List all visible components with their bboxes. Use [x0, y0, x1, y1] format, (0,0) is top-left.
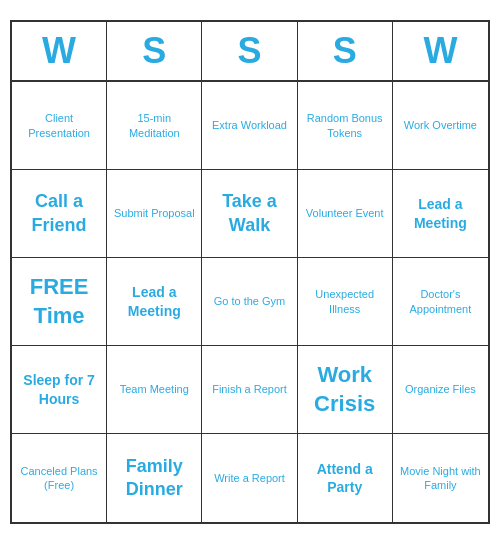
cell-text-23: Attend a Party: [302, 460, 388, 496]
cell-text-24: Movie Night with Family: [397, 464, 484, 493]
bingo-cell-18[interactable]: Work Crisis: [298, 346, 393, 434]
cell-text-14: Doctor's Appointment: [397, 287, 484, 316]
header-letter-2: S: [202, 22, 297, 80]
bingo-cell-7[interactable]: Take a Walk: [202, 170, 297, 258]
bingo-cell-8[interactable]: Volunteer Event: [298, 170, 393, 258]
bingo-cell-1[interactable]: 15-min Meditation: [107, 82, 202, 170]
bingo-grid: Client Presentation15-min MeditationExtr…: [12, 82, 488, 522]
bingo-cell-0[interactable]: Client Presentation: [12, 82, 107, 170]
bingo-cell-20[interactable]: Canceled Plans (Free): [12, 434, 107, 522]
bingo-header: WSSSW: [12, 22, 488, 82]
bingo-cell-21[interactable]: Family Dinner: [107, 434, 202, 522]
cell-text-17: Finish a Report: [212, 382, 287, 396]
header-letter-0: W: [12, 22, 107, 80]
bingo-cell-4[interactable]: Work Overtime: [393, 82, 488, 170]
cell-text-9: Lead a Meeting: [397, 195, 484, 231]
header-letter-4: W: [393, 22, 488, 80]
cell-text-20: Canceled Plans (Free): [16, 464, 102, 493]
bingo-cell-10[interactable]: FREE Time: [12, 258, 107, 346]
cell-text-18: Work Crisis: [302, 361, 388, 418]
cell-text-16: Team Meeting: [120, 382, 189, 396]
bingo-cell-19[interactable]: Organize Files: [393, 346, 488, 434]
cell-text-19: Organize Files: [405, 382, 476, 396]
cell-text-6: Submit Proposal: [114, 206, 195, 220]
cell-text-11: Lead a Meeting: [111, 283, 197, 319]
bingo-cell-15[interactable]: Sleep for 7 Hours: [12, 346, 107, 434]
bingo-cell-2[interactable]: Extra Workload: [202, 82, 297, 170]
bingo-cell-12[interactable]: Go to the Gym: [202, 258, 297, 346]
cell-text-8: Volunteer Event: [306, 206, 384, 220]
bingo-cell-5[interactable]: Call a Friend: [12, 170, 107, 258]
cell-text-3: Random Bonus Tokens: [302, 111, 388, 140]
bingo-cell-22[interactable]: Write a Report: [202, 434, 297, 522]
bingo-cell-17[interactable]: Finish a Report: [202, 346, 297, 434]
bingo-cell-24[interactable]: Movie Night with Family: [393, 434, 488, 522]
header-letter-1: S: [107, 22, 202, 80]
bingo-cell-16[interactable]: Team Meeting: [107, 346, 202, 434]
cell-text-0: Client Presentation: [16, 111, 102, 140]
cell-text-7: Take a Walk: [206, 190, 292, 237]
bingo-cell-3[interactable]: Random Bonus Tokens: [298, 82, 393, 170]
bingo-cell-9[interactable]: Lead a Meeting: [393, 170, 488, 258]
cell-text-21: Family Dinner: [111, 455, 197, 502]
cell-text-22: Write a Report: [214, 471, 285, 485]
cell-text-1: 15-min Meditation: [111, 111, 197, 140]
bingo-cell-11[interactable]: Lead a Meeting: [107, 258, 202, 346]
header-letter-3: S: [298, 22, 393, 80]
bingo-cell-14[interactable]: Doctor's Appointment: [393, 258, 488, 346]
cell-text-12: Go to the Gym: [214, 294, 286, 308]
cell-text-4: Work Overtime: [404, 118, 477, 132]
cell-text-5: Call a Friend: [16, 190, 102, 237]
bingo-cell-13[interactable]: Unexpected Illness: [298, 258, 393, 346]
cell-text-2: Extra Workload: [212, 118, 287, 132]
bingo-cell-6[interactable]: Submit Proposal: [107, 170, 202, 258]
cell-text-15: Sleep for 7 Hours: [16, 371, 102, 407]
bingo-cell-23[interactable]: Attend a Party: [298, 434, 393, 522]
cell-text-13: Unexpected Illness: [302, 287, 388, 316]
bingo-card: WSSSW Client Presentation15-min Meditati…: [10, 20, 490, 524]
cell-text-10: FREE Time: [16, 273, 102, 330]
